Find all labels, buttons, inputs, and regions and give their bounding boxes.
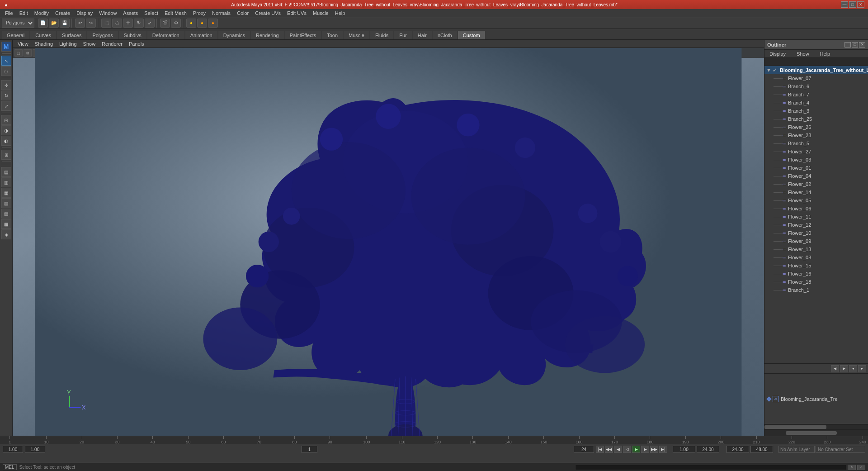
outliner-menu-help[interactable]: Help: [817, 51, 834, 57]
viewport-menu-panels[interactable]: Panels: [126, 41, 147, 47]
outliner-item[interactable]: —— Branch_5: [764, 139, 868, 147]
soft-mod-btn[interactable]: ◎: [1, 115, 11, 125]
rbt-btn2[interactable]: ▶: [840, 365, 848, 372]
select-tool-btn[interactable]: ↖: [1, 56, 11, 66]
next-frame-btn[interactable]: ▶: [641, 446, 649, 453]
tab-custom[interactable]: Custom: [458, 31, 485, 39]
outliner-item[interactable]: —— Flower_08: [764, 253, 868, 262]
tab-surfaces[interactable]: Surfaces: [57, 31, 86, 39]
menu-item-edit-mesh[interactable]: Edit Mesh: [161, 10, 190, 16]
lasso-btn[interactable]: ◌: [112, 19, 122, 28]
menu-item-display[interactable]: Display: [73, 10, 96, 16]
move-btn[interactable]: ✛: [123, 19, 133, 28]
next-key-btn[interactable]: ▶▶: [650, 446, 658, 453]
maximize-btn[interactable]: □: [849, 1, 856, 8]
outliner-item[interactable]: —— Branch_3: [764, 107, 868, 115]
outliner-v-scrollbar-bottom[interactable]: [764, 429, 868, 436]
tab-deformation[interactable]: Deformation: [147, 31, 184, 39]
outliner-item[interactable]: —— Branch_1: [764, 286, 868, 294]
new-scene-btn[interactable]: 📄: [38, 19, 48, 28]
outliner-item[interactable]: —— Flower_28: [764, 131, 868, 139]
outliner-item[interactable]: —— Flower_15: [764, 262, 868, 270]
layer-btn6[interactable]: ▩: [1, 219, 11, 229]
outliner-item[interactable]: —— Flower_10: [764, 229, 868, 237]
tab-polygons[interactable]: Polygons: [87, 31, 118, 39]
anim-start-btn[interactable]: |◀: [596, 446, 604, 453]
outliner-item[interactable]: —— Branch_6: [764, 82, 868, 90]
range-start-input[interactable]: [25, 446, 45, 453]
menu-item-create-uvs[interactable]: Create UVs: [252, 10, 284, 16]
open-btn[interactable]: 📂: [49, 19, 59, 28]
viewport-menu-renderer[interactable]: Renderer: [99, 41, 126, 47]
layer-btn5[interactable]: ▨: [1, 209, 11, 219]
rotate-tool-btn[interactable]: ↻: [1, 90, 11, 100]
menu-item-window[interactable]: Window: [96, 10, 120, 16]
outliner-item[interactable]: —— Flower_05: [764, 196, 868, 205]
tab-subdivs[interactable]: Subdivs: [119, 31, 146, 39]
move-tool-btn[interactable]: ✛: [1, 80, 11, 90]
outliner-item[interactable]: —— Flower_06: [764, 205, 868, 213]
outliner-maximize-btn[interactable]: □: [852, 42, 858, 48]
outliner-list[interactable]: ▼ ✓ Blooming_Jacaranda_Tree_without_Leav…: [764, 66, 868, 363]
anim-start-field[interactable]: [673, 446, 695, 453]
anim-out-start[interactable]: [726, 446, 749, 453]
outliner-item[interactable]: —— Flower_26: [764, 123, 868, 131]
lasso-tool-btn[interactable]: ◌: [1, 66, 11, 76]
outliner-item[interactable]: —— Flower_03: [764, 156, 868, 164]
current-frame-input[interactable]: [3, 446, 23, 453]
tab-curves[interactable]: Curves: [30, 31, 56, 39]
outliner-close-btn[interactable]: ✕: [859, 42, 865, 48]
light1-btn[interactable]: ●: [186, 19, 196, 28]
rbt-btn1[interactable]: ◀: [831, 365, 839, 372]
menu-item-modify[interactable]: Modify: [31, 10, 52, 16]
light2-btn[interactable]: ●: [197, 19, 207, 28]
tab-fluids[interactable]: Fluids: [370, 31, 393, 39]
outliner-item[interactable]: —— Flower_27: [764, 147, 868, 156]
outliner-item[interactable]: —— Flower_14: [764, 188, 868, 196]
viewport[interactable]: ⬚ ⊞ ⊟ ◪ ◩ ▦ ▩ ◈ ◉ ● ● ● ● ⊛ ⊠ ⊡ ⊞: [13, 48, 764, 436]
light3-btn[interactable]: ●: [208, 19, 218, 28]
menu-item-edit[interactable]: Edit: [16, 10, 31, 16]
menu-item-help[interactable]: Help: [332, 10, 349, 16]
tab-painteffects[interactable]: PaintEffects: [285, 31, 321, 39]
tab-ncloth[interactable]: nCloth: [433, 31, 457, 39]
prev-key-btn[interactable]: ◀◀: [605, 446, 613, 453]
outliner-minimize-btn[interactable]: —: [844, 42, 851, 48]
maya-logo-btn[interactable]: M: [1, 42, 11, 52]
rbt-btn4[interactable]: ▸: [858, 365, 866, 372]
outliner-item[interactable]: —— Flower_13: [764, 245, 868, 253]
outliner-item[interactable]: —— Flower_11: [764, 213, 868, 221]
prev-frame-btn[interactable]: ◀: [614, 446, 622, 453]
layer-btn3[interactable]: ▦: [1, 188, 11, 198]
tab-general[interactable]: General: [2, 31, 29, 39]
undo-btn[interactable]: ↩: [75, 19, 85, 28]
outliner-item[interactable]: —— Flower_01: [764, 164, 868, 172]
outliner-menu-show[interactable]: Show: [793, 51, 812, 57]
outliner-item[interactable]: —— Branch_7: [764, 90, 868, 99]
tab-hair[interactable]: Hair: [413, 31, 432, 39]
viewport-menu-show[interactable]: Show: [80, 41, 99, 47]
scale-tool-btn[interactable]: ⤢: [1, 101, 11, 111]
play-fwd-btn[interactable]: ▶: [632, 446, 640, 453]
menu-item-create[interactable]: Create: [52, 10, 73, 16]
outliner-item[interactable]: —— Flower_07: [764, 74, 868, 82]
tab-muscle[interactable]: Muscle: [344, 31, 369, 39]
outliner-search-input[interactable]: [766, 59, 866, 64]
menu-item-assets[interactable]: Assets: [120, 10, 141, 16]
outliner-h-scrollbar[interactable]: [764, 424, 868, 429]
outliner-item[interactable]: —— Flower_04: [764, 172, 868, 180]
polygon-select[interactable]: Polygons: [2, 19, 34, 28]
viewport-menu-lighting[interactable]: Lighting: [56, 41, 80, 47]
paint-btn[interactable]: ◐: [1, 136, 11, 146]
outliner-item[interactable]: —— Branch_4: [764, 99, 868, 107]
menu-item-file[interactable]: File: [2, 10, 16, 16]
scale-btn[interactable]: ⤢: [145, 19, 155, 28]
outliner-item[interactable]: —— Flower_02: [764, 180, 868, 188]
menu-item-edit-uvs[interactable]: Edit UVs: [284, 10, 310, 16]
rotate-btn[interactable]: ↻: [134, 19, 144, 28]
minimize-btn[interactable]: —: [841, 1, 848, 8]
viewport-menu-shading[interactable]: Shading: [32, 41, 56, 47]
viewport-menu-view[interactable]: View: [14, 41, 32, 47]
menu-item-normals[interactable]: Normals: [209, 10, 234, 16]
layer-btn4[interactable]: ▧: [1, 198, 11, 208]
